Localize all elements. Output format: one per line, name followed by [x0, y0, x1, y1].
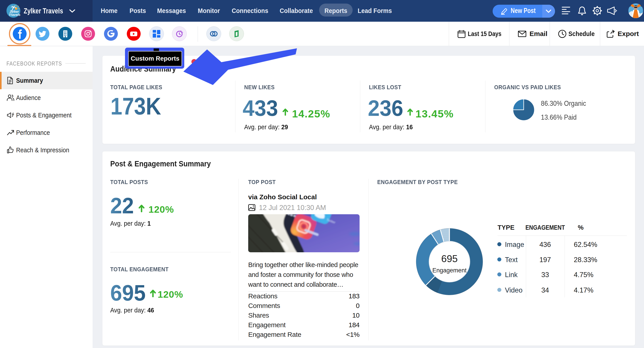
svg-text:Travels: Travels	[9, 13, 20, 16]
svg-text:695: 695	[441, 253, 458, 264]
svg-text:Engagement: Engagement	[432, 267, 467, 274]
